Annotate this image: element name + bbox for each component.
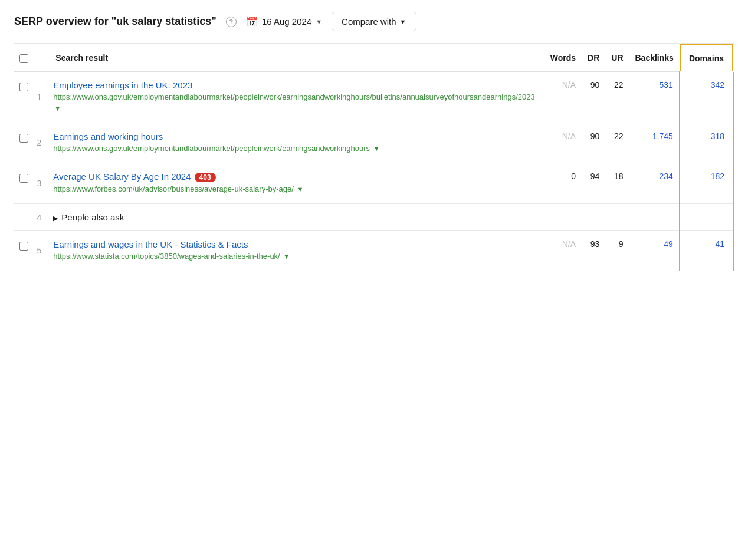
result-url: https://www.ons.gov.uk/employmentandlabo… <box>53 92 538 114</box>
compare-with-button[interactable]: Compare with ▼ <box>332 12 416 31</box>
row-backlinks[interactable]: 234 <box>629 163 680 203</box>
th-backlinks: Backlinks <box>629 44 680 72</box>
result-cell: Average UK Salary By Age In 2024403https… <box>50 163 544 203</box>
th-domains: Domains <box>680 44 733 72</box>
result-title-link[interactable]: Earnings and working hours <box>53 131 163 141</box>
row-ur: 9 <box>605 230 629 271</box>
url-dropdown-icon[interactable]: ▼ <box>283 253 290 260</box>
row-ur: 18 <box>605 163 629 203</box>
row-checkbox-cell <box>14 203 31 230</box>
row-dr: 90 <box>582 72 605 123</box>
th-domains-label: Domains <box>680 44 733 71</box>
title-query: "uk salary statistics" <box>111 15 216 27</box>
result-cell: Earnings and working hourshttps://www.on… <box>50 123 544 163</box>
row-checkbox[interactable] <box>19 242 28 251</box>
row-ur: 22 <box>605 123 629 163</box>
row-dr: 93 <box>582 230 605 271</box>
compare-label: Compare with <box>342 17 396 27</box>
serp-table: Search result Words DR UR Backlinks Doma… <box>14 44 734 271</box>
status-badge: 403 <box>195 173 216 182</box>
select-all-checkbox[interactable] <box>19 54 28 63</box>
paa-arrow-icon: ▶ <box>53 215 58 222</box>
table-row: 1Employee earnings in the UK: 2023https:… <box>14 72 733 123</box>
table-row: 4▶People also ask <box>14 203 733 230</box>
page-header: SERP overview for "uk salary statistics"… <box>14 12 734 44</box>
date-label: 16 Aug 2024 <box>262 17 311 27</box>
result-url: https://www.statista.com/topics/3850/wag… <box>53 251 538 262</box>
th-search-result: Search result <box>50 44 544 72</box>
result-cell: Earnings and wages in the UK - Statistic… <box>50 230 544 271</box>
result-cell: Employee earnings in the UK: 2023https:/… <box>50 72 544 123</box>
row-checkbox[interactable] <box>19 83 28 91</box>
page-title: SERP overview for "uk salary statistics" <box>14 15 216 28</box>
row-domains[interactable]: 318 <box>680 123 733 163</box>
row-checkbox[interactable] <box>19 134 28 143</box>
row-checkbox-cell <box>14 230 31 271</box>
row-backlinks[interactable]: 49 <box>629 230 680 271</box>
row-domains[interactable]: 342 <box>680 72 733 123</box>
table-row: 3Average UK Salary By Age In 2024403http… <box>14 163 733 203</box>
row-words: 0 <box>544 163 582 203</box>
compare-chevron-icon: ▼ <box>400 18 406 25</box>
row-backlinks[interactable]: 531 <box>629 72 680 123</box>
table-row: 2Earnings and working hourshttps://www.o… <box>14 123 733 163</box>
row-domains-paa <box>680 203 733 230</box>
row-checkbox[interactable] <box>19 174 28 183</box>
result-title-link[interactable]: Average UK Salary By Age In 2024 <box>53 172 191 182</box>
title-prefix: SERP overview for <box>14 15 111 27</box>
row-checkbox-cell <box>14 123 31 163</box>
result-url: https://www.forbes.com/uk/advisor/busine… <box>53 184 538 195</box>
url-dropdown-icon[interactable]: ▼ <box>54 105 61 112</box>
row-words: N/A <box>544 230 582 271</box>
url-dropdown-icon[interactable]: ▼ <box>373 145 380 152</box>
result-title-link[interactable]: Earnings and wages in the UK - Statistic… <box>53 239 248 249</box>
row-words: N/A <box>544 123 582 163</box>
th-num <box>31 44 50 72</box>
th-ur: UR <box>605 44 629 72</box>
table-row: 5Earnings and wages in the UK - Statisti… <box>14 230 733 271</box>
row-words: N/A <box>544 72 582 123</box>
row-checkbox-cell <box>14 163 31 203</box>
paa-label: People also ask <box>61 212 124 222</box>
date-chevron-icon: ▼ <box>316 18 322 25</box>
th-checkbox <box>14 44 31 72</box>
th-dr: DR <box>582 44 605 72</box>
row-backlinks[interactable]: 1,745 <box>629 123 680 163</box>
result-cell: ▶People also ask <box>50 203 680 230</box>
row-number: 2 <box>31 123 50 163</box>
help-icon[interactable]: ? <box>226 17 237 27</box>
date-picker-button[interactable]: 📅 16 Aug 2024 ▼ <box>246 16 322 27</box>
row-dr: 90 <box>582 123 605 163</box>
calendar-icon: 📅 <box>246 16 258 27</box>
result-title-link[interactable]: Employee earnings in the UK: 2023 <box>53 80 192 90</box>
row-domains[interactable]: 182 <box>680 163 733 203</box>
row-ur: 22 <box>605 72 629 123</box>
row-number: 4 <box>31 203 50 230</box>
th-words: Words <box>544 44 582 72</box>
row-domains[interactable]: 41 <box>680 230 733 271</box>
table-header-row: Search result Words DR UR Backlinks Doma… <box>14 44 733 72</box>
row-number: 5 <box>31 230 50 271</box>
url-dropdown-icon[interactable]: ▼ <box>297 186 303 193</box>
row-number: 3 <box>31 163 50 203</box>
row-checkbox-cell <box>14 72 31 123</box>
result-url: https://www.ons.gov.uk/employmentandlabo… <box>53 143 538 154</box>
row-dr: 94 <box>582 163 605 203</box>
row-number: 1 <box>31 72 50 123</box>
